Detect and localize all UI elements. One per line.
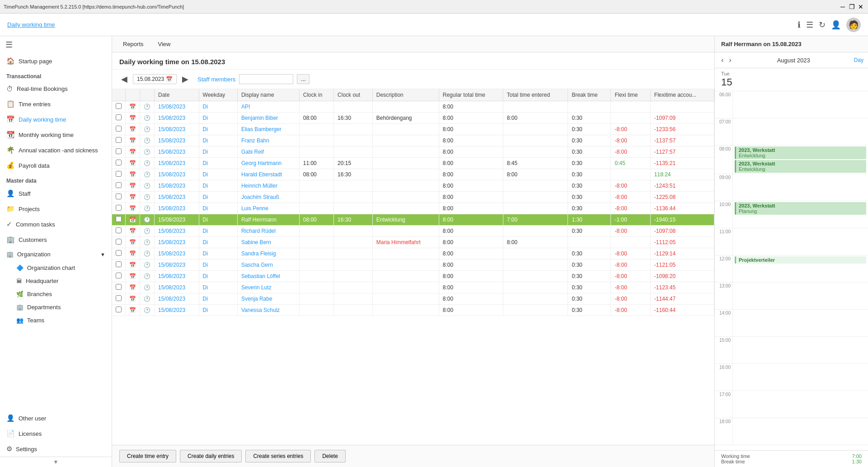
row-checkbox[interactable] — [116, 307, 122, 312]
table-row[interactable]: 📅 🕐 15/08/2023 Di Sebastian Löffel 8:00 … — [112, 271, 714, 282]
sidebar-item-customers[interactable]: 🏢 Customers — [0, 232, 112, 247]
row-date[interactable]: 15/08/2023 — [155, 226, 199, 237]
row-check[interactable] — [112, 158, 126, 169]
restore-button[interactable]: ❐ — [848, 3, 855, 10]
row-display-name[interactable]: Svenja Rabe — [237, 293, 299, 305]
row-date[interactable]: 15/08/2023 — [155, 101, 199, 113]
row-date[interactable]: 15/08/2023 — [155, 248, 199, 259]
row-check[interactable] — [112, 271, 126, 282]
table-row[interactable]: 📅 🕐 15/08/2023 Di Richard Rüdel 8:00 0:3… — [112, 226, 714, 237]
row-date[interactable]: 15/08/2023 — [155, 271, 199, 282]
table-row[interactable]: 📅 🕐 15/08/2023 Di Joachim Strauß 8:00 0:… — [112, 192, 714, 203]
row-display-name[interactable]: API — [237, 101, 299, 113]
cal-day-button[interactable]: Day — [854, 57, 863, 63]
account-icon[interactable]: 👤 — [831, 20, 841, 30]
next-date-button[interactable]: ▶ — [180, 73, 190, 85]
list-icon[interactable]: ☰ — [806, 20, 813, 30]
col-break-time[interactable]: Break time — [568, 89, 611, 101]
row-display-name[interactable]: Ralf Herrmann — [237, 214, 299, 226]
row-check[interactable] — [112, 237, 126, 248]
sidebar-item-daily-working-time[interactable]: 📅 Daily working time — [0, 112, 112, 127]
sidebar-item-annual-vacation[interactable]: 🌴 Annual vacation -and sickness — [0, 142, 112, 158]
row-checkbox[interactable] — [116, 103, 122, 109]
table-row[interactable]: 📅 🕐 15/08/2023 Di Severin Lutz 8:00 0:30… — [112, 282, 714, 293]
sidebar-item-headquarter[interactable]: 🏛 Headquarter — [0, 274, 112, 288]
sidebar-item-licenses[interactable]: 📄 Licenses — [0, 426, 112, 441]
table-row[interactable]: 📅 🕐 15/08/2023 Di Sandra Fleisig 8:00 0:… — [112, 248, 714, 259]
row-checkbox[interactable] — [116, 126, 122, 132]
row-display-name[interactable]: Sandra Fleisig — [237, 248, 299, 259]
sidebar-item-other-user[interactable]: 👤 Other user — [0, 410, 112, 426]
row-date[interactable]: 15/08/2023 — [155, 146, 199, 158]
more-options-button[interactable]: ... — [297, 74, 310, 84]
table-row[interactable]: 📅 🕐 15/08/2023 Di Franz Bahn 8:00 0:30 -… — [112, 135, 714, 146]
table-row[interactable]: 📅 🕐 15/08/2023 Di Georg Hartmann 11:00 2… — [112, 158, 714, 169]
staff-search-input[interactable] — [239, 74, 293, 84]
date-picker[interactable]: 15.08.2023 📅 — [133, 74, 177, 84]
row-check[interactable] — [112, 248, 126, 259]
reports-menu-button[interactable]: Reports — [119, 39, 147, 49]
row-check[interactable] — [112, 282, 126, 293]
row-check[interactable] — [112, 214, 126, 226]
row-check[interactable] — [112, 124, 126, 135]
table-row[interactable]: 📅 🕐 15/08/2023 Di Vanessa Schulz 8:00 0:… — [112, 305, 714, 316]
table-row[interactable]: 📅 🕐 15/08/2023 Di Svenja Rabe 8:00 0:30 … — [112, 293, 714, 305]
row-checkbox[interactable] — [116, 205, 122, 211]
row-date[interactable]: 15/08/2023 — [155, 124, 199, 135]
col-flexi-accu[interactable]: Flexitime accou... — [650, 89, 714, 101]
table-row[interactable]: 📅 🕐 15/08/2023 Di Sascha Gern 8:00 0:30 … — [112, 259, 714, 271]
row-checkbox[interactable] — [116, 137, 122, 143]
row-checkbox[interactable] — [116, 114, 122, 120]
col-total-entered[interactable]: Total time entered — [503, 89, 568, 101]
sidebar-item-organization[interactable]: 🏢 Organization ▼ — [0, 247, 112, 261]
row-check[interactable] — [112, 305, 126, 316]
table-row[interactable]: 📅 🕐 15/08/2023 Di Gabi Reif 8:00 0:30 -8… — [112, 146, 714, 158]
row-display-name[interactable]: Benjamin Biber — [237, 113, 299, 124]
row-checkbox[interactable] — [116, 171, 122, 177]
row-check[interactable] — [112, 135, 126, 146]
row-display-name[interactable]: Richard Rüdel — [237, 226, 299, 237]
prev-date-button[interactable]: ◀ — [119, 73, 129, 85]
row-checkbox[interactable] — [116, 227, 122, 233]
col-description[interactable]: Description — [372, 89, 439, 101]
col-clock-in[interactable]: Clock in — [299, 89, 333, 101]
col-clock-out[interactable]: Clock out — [334, 89, 373, 101]
row-check[interactable] — [112, 113, 126, 124]
row-display-name[interactable]: Georg Hartmann — [237, 158, 299, 169]
row-display-name[interactable]: Franz Bahn — [237, 135, 299, 146]
row-display-name[interactable]: Sabine Bern — [237, 237, 299, 248]
row-display-name[interactable]: Sebastian Löffel — [237, 271, 299, 282]
col-flexi-time[interactable]: Flexi time — [611, 89, 650, 101]
sidebar-item-settings[interactable]: ⚙ Settings — [0, 441, 112, 457]
row-checkbox[interactable] — [116, 216, 122, 222]
row-display-name[interactable]: Joachim Strauß — [237, 192, 299, 203]
avatar-icon[interactable]: 🧑 — [846, 18, 861, 32]
row-check[interactable] — [112, 293, 126, 305]
col-date[interactable]: Date — [155, 89, 199, 101]
row-display-name[interactable]: Luis Penne — [237, 203, 299, 214]
row-checkbox[interactable] — [116, 160, 122, 165]
cal-prev-button[interactable]: ‹ — [719, 55, 725, 65]
row-checkbox[interactable] — [116, 261, 122, 267]
row-date[interactable]: 15/08/2023 — [155, 237, 199, 248]
row-checkbox[interactable] — [116, 148, 122, 154]
delete-button[interactable]: Delete — [314, 450, 346, 462]
sidebar-item-teams[interactable]: 👥 Teams — [0, 314, 112, 327]
table-row[interactable]: 📅 🕐 15/08/2023 Di Ralf Herrmann 08:00 16… — [112, 214, 714, 226]
sidebar-item-payroll-data[interactable]: 💰 Payroll data — [0, 158, 112, 173]
sidebar-item-time-entries[interactable]: 📋 Time entries — [0, 96, 112, 112]
row-check[interactable] — [112, 146, 126, 158]
sidebar-item-common-tasks[interactable]: ✓ Common tasks — [0, 217, 112, 232]
row-date[interactable]: 15/08/2023 — [155, 293, 199, 305]
sidebar-item-projects[interactable]: 📁 Projects — [0, 201, 112, 217]
app-link[interactable]: Daily working time — [7, 21, 55, 28]
sidebar-item-branches[interactable]: 🌿 Branches — [0, 288, 112, 301]
table-row[interactable]: 📅 🕐 15/08/2023 Di Benjamin Biber 08:00 1… — [112, 113, 714, 124]
row-date[interactable]: 15/08/2023 — [155, 305, 199, 316]
row-check[interactable] — [112, 226, 126, 237]
row-display-name[interactable]: Vanessa Schulz — [237, 305, 299, 316]
refresh-icon[interactable]: ↻ — [819, 20, 826, 30]
col-regular-total[interactable]: Regular total time — [439, 89, 503, 101]
sidebar-item-startup-page[interactable]: 🏠 Startup page — [0, 53, 112, 69]
sidebar-item-org-chart[interactable]: 🔷 Organization chart — [0, 261, 112, 274]
